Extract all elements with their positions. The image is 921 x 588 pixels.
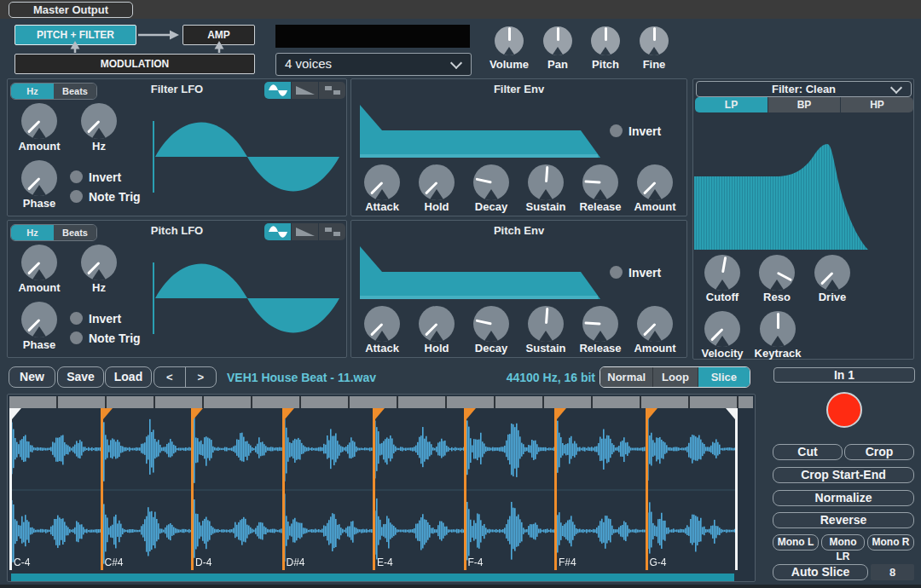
invert-led[interactable] (70, 170, 83, 183)
attack-knob[interactable] (364, 164, 400, 200)
lfo-amount-knob[interactable] (21, 245, 57, 280)
voices-value: 4 voices (285, 56, 332, 71)
sustain-knob[interactable] (528, 306, 564, 342)
slice-marker[interactable]: C#4 (101, 408, 103, 570)
lfo-hz-label: Hz (73, 140, 125, 153)
slice-label: C-4 (14, 556, 30, 568)
mono-l-button[interactable]: Mono L (773, 534, 819, 551)
mode-slice-button[interactable]: Slice (698, 367, 750, 387)
lfo-hz-knob[interactable] (81, 245, 117, 280)
slice-flag-icon (103, 408, 113, 419)
mode-loop-button[interactable]: Loop (652, 367, 697, 387)
pitch-filter-button[interactable]: PITCH + FILTER (14, 25, 136, 45)
release-knob[interactable] (582, 306, 618, 342)
slice-marker[interactable]: D-4 (191, 408, 194, 570)
pan-knob[interactable] (543, 26, 572, 55)
note-trig-led[interactable] (70, 190, 83, 203)
slice-marker[interactable]: F#4 (554, 408, 557, 570)
new-button[interactable]: New (9, 366, 55, 388)
invert-led[interactable] (70, 312, 83, 325)
lfo-phase-line (153, 121, 154, 193)
lfo-phase-line (153, 262, 154, 334)
hp-tab[interactable]: HP (841, 97, 913, 112)
filter-curve-display (694, 113, 913, 250)
invert-label: Invert (89, 312, 121, 326)
slice-flag-icon (285, 408, 294, 419)
note-trig-label: Note Trig (89, 190, 141, 204)
bp-tab[interactable]: BP (768, 97, 840, 112)
slice-label: F#4 (559, 556, 576, 568)
lfo-phase-knob[interactable] (21, 160, 57, 196)
decay-knob[interactable] (473, 164, 509, 200)
slice-marker[interactable]: E-4 (373, 408, 375, 570)
filter-type-dropdown[interactable]: Filter: Clean (696, 81, 912, 97)
saw-shape-button[interactable] (292, 223, 318, 240)
input-select-button[interactable]: In 1 (773, 367, 915, 383)
amp-button[interactable]: AMP (182, 25, 255, 45)
saw-shape-button[interactable] (292, 82, 318, 99)
master-output-tab[interactable]: Master Output (9, 2, 133, 18)
slice-marker[interactable]: G-4 (646, 408, 648, 570)
slice-marker[interactable]: D#4 (282, 408, 285, 570)
note-trig-led[interactable] (70, 331, 83, 344)
sine-shape-button[interactable] (264, 223, 291, 240)
lp-tab[interactable]: LP (695, 97, 768, 112)
amount-knob[interactable] (637, 164, 673, 200)
crop-start-end-button[interactable]: Crop Start-End (773, 467, 914, 483)
hold-knob[interactable] (419, 164, 455, 200)
sustain-knob[interactable] (528, 164, 564, 200)
random-shape-button[interactable] (319, 223, 345, 240)
next-sample-button[interactable]: > (185, 367, 217, 387)
mono-lr-button[interactable]: Mono LR (821, 534, 865, 551)
window-bottom-edge (0, 585, 921, 588)
auto-slice-button[interactable]: Auto Slice (773, 564, 868, 580)
reverse-button[interactable]: Reverse (773, 512, 914, 528)
modulation-button[interactable]: MODULATION (14, 54, 255, 74)
release-knob[interactable] (582, 164, 618, 200)
invert-led[interactable] (610, 266, 623, 279)
lfo-hz-knob[interactable] (81, 103, 117, 139)
pitch-knob[interactable] (591, 26, 620, 55)
decay-label: Decay (464, 342, 518, 355)
save-button[interactable]: Save (57, 366, 104, 388)
mode-normal-button[interactable]: Normal (600, 367, 652, 387)
attack-knob[interactable] (364, 306, 400, 342)
normalize-button[interactable]: Normalize (773, 490, 914, 506)
slice-label: C#4 (105, 556, 124, 568)
end-flag-icon (726, 408, 735, 419)
decay-knob[interactable] (473, 306, 509, 342)
record-button[interactable] (826, 392, 862, 428)
drive-knob[interactable] (814, 255, 850, 291)
pitch-label: Pitch (580, 58, 631, 71)
velocity-knob[interactable] (704, 311, 740, 347)
slice-flag-icon (648, 408, 657, 419)
reso-label: Reso (751, 291, 802, 303)
sine-shape-button[interactable] (264, 82, 291, 99)
invert-label: Invert (628, 266, 661, 280)
waveform-scrollbar[interactable] (11, 574, 734, 581)
slice-count-value[interactable]: 8 (871, 564, 914, 580)
invert-led[interactable] (610, 124, 623, 137)
mono-r-button[interactable]: Mono R (867, 534, 914, 551)
voices-dropdown[interactable]: 4 voices (275, 53, 472, 76)
lfo-phase-knob[interactable] (21, 302, 57, 337)
prev-sample-button[interactable]: < (154, 367, 185, 387)
load-button[interactable]: Load (105, 366, 152, 388)
cut-button[interactable]: Cut (773, 444, 843, 460)
crop-button[interactable]: Crop (844, 444, 914, 460)
amount-knob[interactable] (637, 306, 673, 342)
fine-knob[interactable] (640, 26, 669, 55)
slice-label: D#4 (287, 556, 305, 568)
random-shape-button[interactable] (319, 82, 345, 99)
lfo-amount-knob[interactable] (21, 103, 57, 139)
cutoff-knob[interactable] (704, 255, 740, 291)
slice-marker[interactable]: C-4 (9, 408, 12, 570)
sample-end-marker[interactable] (735, 408, 738, 570)
volume-knob[interactable] (495, 26, 524, 55)
hold-knob[interactable] (419, 306, 455, 342)
saw-icon (295, 84, 316, 96)
keytrack-knob[interactable] (760, 311, 796, 347)
slice-marker[interactable]: F-4 (464, 408, 466, 570)
waveform-ruler[interactable] (9, 396, 753, 408)
reso-knob[interactable] (759, 255, 795, 291)
